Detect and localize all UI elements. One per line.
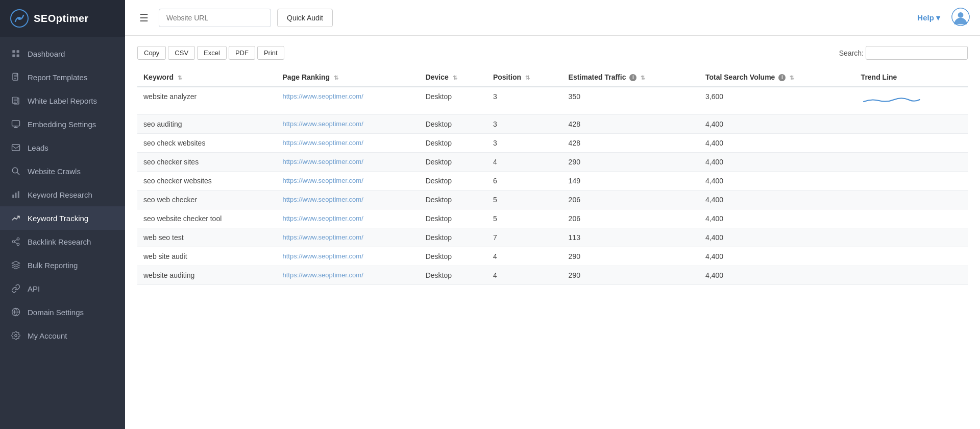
table-row: seo website checker toolhttps://www.seop… [137, 209, 968, 228]
cell-device: Desktop [420, 172, 487, 190]
cell-total-search-volume: 3,600 [699, 87, 855, 115]
cell-page-ranking[interactable]: https://www.seoptimer.com/ [277, 115, 420, 134]
cell-position: 4 [487, 266, 562, 285]
cell-page-ranking[interactable]: https://www.seoptimer.com/ [277, 266, 420, 285]
table-row: web seo testhttps://www.seoptimer.com/De… [137, 228, 968, 247]
table-toolbar: Copy CSV Excel PDF Print Search: [137, 46, 968, 60]
cell-position: 6 [487, 172, 562, 190]
grid-icon [11, 49, 20, 58]
sidebar-item-keyword-tracking[interactable]: Keyword Tracking [0, 206, 125, 230]
settings-icon [11, 331, 20, 340]
svg-point-19 [15, 335, 17, 337]
cell-page-ranking[interactable]: https://www.seoptimer.com/ [277, 190, 420, 209]
copy-icon [11, 96, 20, 105]
svg-rect-4 [12, 55, 15, 57]
svg-rect-2 [12, 50, 15, 53]
table-row: website analyzerhttps://www.seoptimer.co… [137, 87, 968, 115]
sort-icon-page-ranking: ⇅ [334, 75, 338, 81]
sidebar-item-white-label-reports[interactable]: White Label Reports [0, 89, 125, 112]
th-keyword[interactable]: Keyword ⇅ [137, 68, 277, 87]
cell-device: Desktop [420, 228, 487, 247]
trending-up-icon [11, 213, 20, 223]
svg-point-15 [17, 238, 19, 241]
sidebar-item-keyword-research-label: Keyword Research [28, 190, 92, 199]
cell-estimated-traffic: 149 [562, 172, 699, 190]
th-device[interactable]: Device ⇅ [420, 68, 487, 87]
cell-trend-line [855, 228, 968, 247]
table-row: web site audithttps://www.seoptimer.com/… [137, 247, 968, 266]
cell-page-ranking[interactable]: https://www.seoptimer.com/ [277, 172, 420, 190]
cell-page-ranking[interactable]: https://www.seoptimer.com/ [277, 228, 420, 247]
cell-page-ranking[interactable]: https://www.seoptimer.com/ [277, 209, 420, 228]
sidebar-nav: Dashboard Report Templates White Label R… [0, 37, 125, 429]
help-button[interactable]: Help ▾ [917, 13, 940, 22]
cell-page-ranking[interactable]: https://www.seoptimer.com/ [277, 134, 420, 153]
cell-total-search-volume: 4,400 [699, 247, 855, 266]
cell-estimated-traffic: 206 [562, 209, 699, 228]
cell-trend-line [855, 87, 968, 115]
table-header-row: Keyword ⇅ Page Ranking ⇅ Device ⇅ Positi… [137, 68, 968, 87]
th-estimated-traffic[interactable]: Estimated Traffic i ⇅ [562, 68, 699, 87]
url-input[interactable] [159, 9, 271, 27]
estimated-traffic-info-icon[interactable]: i [629, 74, 636, 81]
cell-estimated-traffic: 290 [562, 247, 699, 266]
cell-trend-line [855, 266, 968, 285]
layers-icon [11, 260, 20, 270]
table-row: seo checker websiteshttps://www.seoptime… [137, 172, 968, 190]
sort-icon-estimated-traffic: ⇅ [641, 75, 645, 81]
excel-button[interactable]: Excel [197, 46, 227, 60]
sidebar-item-keyword-research[interactable]: Keyword Research [0, 183, 125, 206]
sidebar-item-embedding-settings[interactable]: Embedding Settings [0, 112, 125, 136]
cell-total-search-volume: 4,400 [699, 134, 855, 153]
sidebar-logo[interactable]: SEOptimer [0, 0, 125, 37]
sort-icon-total-search-volume: ⇅ [790, 75, 794, 81]
cell-estimated-traffic: 206 [562, 190, 699, 209]
cell-total-search-volume: 4,400 [699, 209, 855, 228]
trend-line-svg [861, 92, 922, 108]
cell-trend-line [855, 134, 968, 153]
sidebar-item-dashboard[interactable]: Dashboard [0, 42, 125, 65]
logo-text: SEOptimer [34, 13, 89, 25]
bar-chart-icon [11, 190, 20, 199]
sidebar-item-api[interactable]: API [0, 277, 125, 300]
sidebar-item-leads[interactable]: Leads [0, 136, 125, 159]
cell-trend-line [855, 153, 968, 172]
cell-device: Desktop [420, 266, 487, 285]
th-page-ranking[interactable]: Page Ranking ⇅ [277, 68, 420, 87]
cell-estimated-traffic: 290 [562, 266, 699, 285]
quick-audit-button[interactable]: Quick Audit [277, 9, 333, 27]
print-button[interactable]: Print [257, 46, 284, 60]
content-area: Copy CSV Excel PDF Print Search: Keyword… [125, 36, 980, 429]
sidebar-item-backlink-research[interactable]: Backlink Research [0, 230, 125, 253]
cell-page-ranking[interactable]: https://www.seoptimer.com/ [277, 153, 420, 172]
cell-position: 3 [487, 87, 562, 115]
sidebar-item-bulk-reporting[interactable]: Bulk Reporting [0, 253, 125, 277]
cell-total-search-volume: 4,400 [699, 228, 855, 247]
hamburger-button[interactable]: ☰ [135, 8, 153, 28]
sidebar-item-website-crawls-label: Website Crawls [28, 167, 81, 176]
user-avatar-button[interactable] [951, 8, 970, 28]
svg-point-16 [12, 241, 15, 243]
sidebar-item-bulk-reporting-label: Bulk Reporting [28, 261, 78, 270]
cell-keyword: seo web checker [137, 190, 277, 209]
svg-rect-10 [12, 145, 20, 151]
pdf-button[interactable]: PDF [229, 46, 255, 60]
sidebar-item-website-crawls[interactable]: Website Crawls [0, 159, 125, 183]
table-row: website auditinghttps://www.seoptimer.co… [137, 266, 968, 285]
cell-estimated-traffic: 350 [562, 87, 699, 115]
sidebar-item-domain-settings[interactable]: Domain Settings [0, 300, 125, 324]
th-position[interactable]: Position ⇅ [487, 68, 562, 87]
search-input[interactable] [866, 46, 968, 60]
cell-page-ranking[interactable]: https://www.seoptimer.com/ [277, 247, 420, 266]
csv-button[interactable]: CSV [168, 46, 195, 60]
th-total-search-volume[interactable]: Total Search Volume i ⇅ [699, 68, 855, 87]
th-trend-line: Trend Line [855, 68, 968, 87]
sidebar-item-report-templates[interactable]: Report Templates [0, 65, 125, 89]
copy-button[interactable]: Copy [137, 46, 166, 60]
sidebar-item-my-account[interactable]: My Account [0, 324, 125, 347]
cell-page-ranking[interactable]: https://www.seoptimer.com/ [277, 87, 420, 115]
total-search-volume-info-icon[interactable]: i [778, 74, 786, 81]
cell-keyword: seo checker websites [137, 172, 277, 190]
cell-position: 3 [487, 134, 562, 153]
cell-estimated-traffic: 428 [562, 115, 699, 134]
